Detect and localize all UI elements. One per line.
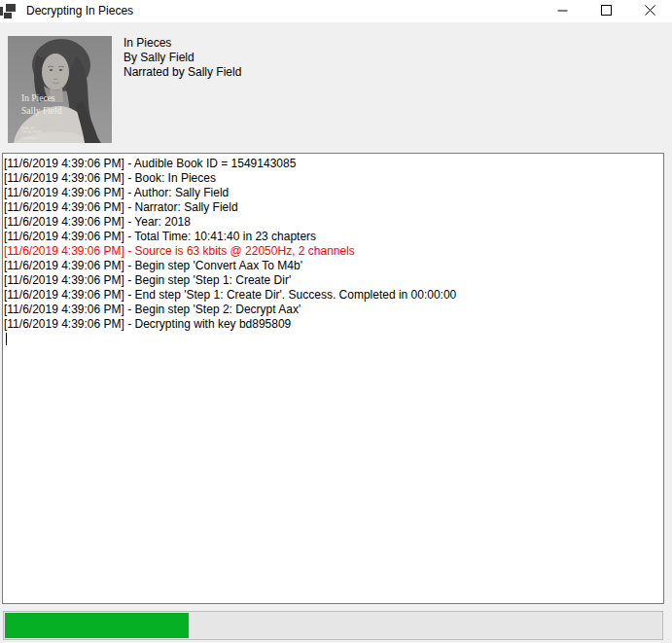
maximize-button[interactable] xyxy=(584,0,628,22)
app-icon xyxy=(0,3,18,19)
app-window: Decrypting In Pieces xyxy=(0,0,672,643)
close-icon xyxy=(645,4,655,18)
log-line: [11/6/2019 4:39:06 PM] - Source is 63 kb… xyxy=(4,244,659,259)
book-info: In Pieces By Sally Field Narrated by Sal… xyxy=(124,36,241,80)
log-line: [11/6/2019 4:39:06 PM] - Decrypting with… xyxy=(4,317,659,332)
caption-controls xyxy=(541,0,672,22)
log-line: [11/6/2019 4:39:06 PM] - Narrator: Sally… xyxy=(4,200,659,215)
log-line: [11/6/2019 4:39:06 PM] - End step 'Step … xyxy=(4,288,659,303)
log-line: [11/6/2019 4:39:06 PM] - Book: In Pieces xyxy=(4,171,659,186)
log-line: [11/6/2019 4:39:06 PM] - Author: Sally F… xyxy=(4,186,659,200)
book-cover-image: In Pieces Sally Field READ BY THE AUTHOR… xyxy=(8,36,112,143)
log-line: [11/6/2019 4:39:06 PM] - Year: 2018 xyxy=(4,215,659,230)
close-button[interactable] xyxy=(628,0,672,22)
book-title: In Pieces xyxy=(124,36,241,51)
window-title: Decrypting In Pieces xyxy=(26,4,133,18)
log-line: [11/6/2019 4:39:06 PM] - Total Time: 10:… xyxy=(4,230,659,244)
minimize-button[interactable] xyxy=(541,0,584,22)
log-output[interactable]: [11/6/2019 4:39:06 PM] - Audible Book ID… xyxy=(2,153,664,604)
book-narrator: Narrated by Sally Field xyxy=(124,65,241,80)
cover-edition-text: Unabridged xyxy=(21,136,38,140)
log-line: [11/6/2019 4:39:06 PM] - Begin step 'Ste… xyxy=(4,273,659,288)
log-line: [11/6/2019 4:39:06 PM] - Audible Book ID… xyxy=(4,157,659,171)
log-line: [11/6/2019 4:39:06 PM] - Begin step 'Ste… xyxy=(4,303,659,317)
text-caret xyxy=(6,333,7,345)
cover-author-text: Sally Field xyxy=(21,106,62,116)
titlebar: Decrypting In Pieces xyxy=(0,0,672,22)
minimize-icon xyxy=(557,4,568,18)
progress-bar xyxy=(3,611,663,640)
cover-readby-line2: THE AUTHOR xyxy=(21,130,42,134)
book-author: By Sally Field xyxy=(124,51,241,65)
maximize-icon xyxy=(601,4,612,18)
log-line: [11/6/2019 4:39:06 PM] - Begin step 'Con… xyxy=(4,259,659,273)
progress-fill xyxy=(5,613,189,638)
cover-title-text: In Pieces xyxy=(21,93,55,103)
